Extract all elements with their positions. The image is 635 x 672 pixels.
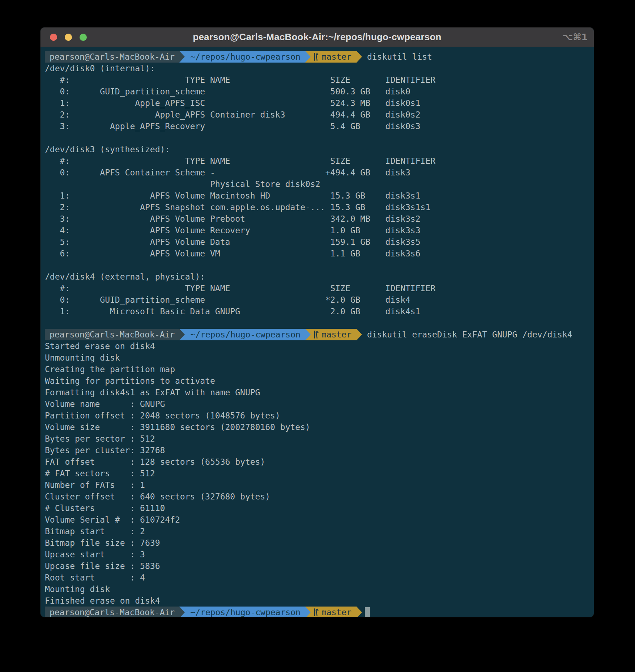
prompt-directory-segment: ~/repos/hugo-cwpearson <box>185 607 305 617</box>
powerline-arrow-icon <box>179 329 185 340</box>
terminal-output-line: /dev/disk0 (internal): <box>45 63 589 74</box>
terminal-output-line: Cluster offset : 640 sectors (327680 byt… <box>45 491 589 502</box>
terminal-output-line: Waiting for partitions to activate <box>45 375 589 387</box>
traffic-lights <box>50 27 87 47</box>
prompt-git-segment: master <box>311 607 357 617</box>
prompt-directory-segment: ~/repos/hugo-cwpearson <box>185 51 305 63</box>
terminal-output-line: Unmounting disk <box>45 352 589 363</box>
prompt-directory: ~/repos/hugo-cwpearson <box>190 607 301 617</box>
prompt-directory-segment: ~/repos/hugo-cwpearson <box>185 329 305 340</box>
shell-prompt-line: pearson@Carls-MacBook-Air ~/repos/hugo-c… <box>45 607 589 617</box>
terminal-output-line: Mounting disk <box>45 583 589 595</box>
prompt-user-host: pearson@Carls-MacBook-Air <box>50 51 175 63</box>
tab-shortcut-badge: ⌥⌘1 <box>563 27 588 47</box>
terminal-output-line: 2: Apple_APFS Container disk3 494.4 GB d… <box>45 109 589 120</box>
terminal-output-line: 1: APFS Volume Macintosh HD 15.3 GB disk… <box>45 190 589 201</box>
terminal-output-line: Finished erase on disk4 <box>45 595 589 607</box>
minimize-button[interactable] <box>65 34 72 41</box>
terminal-output-line: Number of FATs : 1 <box>45 479 589 491</box>
terminal-output-line: Volume size : 3911680 sectors (200278016… <box>45 421 589 433</box>
git-branch-icon <box>313 52 319 61</box>
prompt-user-host: pearson@Carls-MacBook-Air <box>50 607 175 617</box>
terminal-output-line: Creating the partition map <box>45 363 589 375</box>
prompt-user-host-segment: pearson@Carls-MacBook-Air <box>45 607 179 617</box>
terminal-output-line: Upcase start : 3 <box>45 549 589 560</box>
powerline-arrow-icon <box>305 329 311 340</box>
terminal-output-line: #: TYPE NAME SIZE IDENTIFIER <box>45 155 589 167</box>
terminal-content: pearson@Carls-MacBook-Air ~/repos/hugo-c… <box>41 47 594 617</box>
prompt-git-segment: master <box>311 51 357 63</box>
terminal-output-line: Volume Serial # : 610724f2 <box>45 514 589 526</box>
terminal-window: pearson@Carls-MacBook-Air:~/repos/hugo-c… <box>41 27 594 617</box>
terminal-output-line: /dev/disk3 (synthesized): <box>45 144 589 155</box>
prompt-git-segment: master <box>311 329 357 340</box>
terminal-output-line: #: TYPE NAME SIZE IDENTIFIER <box>45 74 589 86</box>
powerline-arrow-icon <box>357 607 362 617</box>
terminal-output-line: Bytes per sector : 512 <box>45 433 589 445</box>
zoom-button[interactable] <box>80 34 87 41</box>
titlebar[interactable]: pearson@Carls-MacBook-Air:~/repos/hugo-c… <box>41 27 594 47</box>
prompt-directory: ~/repos/hugo-cwpearson <box>190 51 301 63</box>
diskutil-list-output: /dev/disk0 (internal): #: TYPE NAME SIZE… <box>45 63 589 329</box>
terminal-output-line: 3: APFS Volume Preboot 342.0 MB disk3s2 <box>45 213 589 225</box>
powerline-arrow-icon <box>305 607 311 617</box>
prompt-directory: ~/repos/hugo-cwpearson <box>190 329 301 340</box>
terminal-output-line: Started erase on disk4 <box>45 340 589 352</box>
terminal-output-line: Root start : 4 <box>45 572 589 583</box>
terminal-output-line <box>45 259 589 271</box>
window-title: pearson@Carls-MacBook-Air:~/repos/hugo-c… <box>41 31 594 43</box>
terminal-output-line: # Clusters : 61110 <box>45 502 589 514</box>
terminal-output-line: Bitmap file size : 7639 <box>45 537 589 549</box>
terminal-output-line: 0: APFS Container Scheme - +494.4 GB dis… <box>45 167 589 178</box>
powerline-arrow-icon <box>305 51 311 63</box>
terminal-output-line: #: TYPE NAME SIZE IDENTIFIER <box>45 282 589 294</box>
terminal-output-line: 2: APFS Snapshot com.apple.os.update-...… <box>45 201 589 213</box>
terminal-output-line: Bytes per cluster: 32768 <box>45 445 589 456</box>
prompt-git-branch: master <box>321 329 351 340</box>
close-button[interactable] <box>50 34 57 41</box>
terminal-output-line: 0: GUID_partition_scheme *2.0 GB disk4 <box>45 294 589 306</box>
git-branch-icon <box>313 330 319 339</box>
terminal-output-line: FAT offset : 128 sectors (65536 bytes) <box>45 456 589 468</box>
shell-prompt-line: pearson@Carls-MacBook-Air ~/repos/hugo-c… <box>45 329 589 340</box>
prompt-user-host-segment: pearson@Carls-MacBook-Air <box>45 51 179 63</box>
terminal-output-line <box>45 132 589 144</box>
terminal-output-line: /dev/disk4 (external, physical): <box>45 271 589 282</box>
erase-disk-output: Started erase on disk4Unmounting diskCre… <box>45 340 589 607</box>
terminal-output-line: 0: GUID_partition_scheme 500.3 GB disk0 <box>45 86 589 97</box>
git-branch-icon <box>313 608 319 617</box>
terminal-output-line: 4: APFS Volume Recovery 1.0 GB disk3s3 <box>45 225 589 236</box>
prompt-user-host: pearson@Carls-MacBook-Air <box>50 329 175 340</box>
terminal-output-line: 6: APFS Volume VM 1.1 GB disk3s6 <box>45 248 589 259</box>
terminal-output-line: 1: Apple_APFS_ISC 524.3 MB disk0s1 <box>45 97 589 109</box>
command-text: diskutil list <box>367 51 432 63</box>
shell-prompt-line: pearson@Carls-MacBook-Air ~/repos/hugo-c… <box>45 51 589 63</box>
terminal-output-line: 3: Apple_APFS_Recovery 5.4 GB disk0s3 <box>45 120 589 132</box>
desktop-background: { "window": { "title": "pearson@Carls-Ma… <box>0 0 635 672</box>
terminal-output-line: 1: Microsoft Basic Data GNUPG 2.0 GB dis… <box>45 306 589 317</box>
prompt-user-host-segment: pearson@Carls-MacBook-Air <box>45 329 179 340</box>
powerline-arrow-icon <box>357 51 362 63</box>
powerline-arrow-icon <box>357 329 362 340</box>
powerline-arrow-icon <box>179 607 185 617</box>
prompt-git-branch: master <box>321 607 351 617</box>
terminal-output-line: Bitmap start : 2 <box>45 526 589 537</box>
terminal-output-line: # FAT sectors : 512 <box>45 468 589 479</box>
terminal-output-line: 5: APFS Volume Data 159.1 GB disk3s5 <box>45 236 589 248</box>
powerline-arrow-icon <box>179 51 185 63</box>
terminal-cursor[interactable] <box>365 607 370 617</box>
prompt-git-branch: master <box>321 51 351 63</box>
terminal-output-line: Volume name : GNUPG <box>45 398 589 410</box>
terminal-output-line: Formatting disk4s1 as ExFAT with name GN… <box>45 387 589 398</box>
command-text: diskutil eraseDisk ExFAT GNUPG /dev/disk… <box>367 329 572 340</box>
terminal-output-line <box>45 317 589 329</box>
terminal-output-line: Partition offset : 2048 sectors (1048576… <box>45 410 589 421</box>
terminal-output-line: Physical Store disk0s2 <box>45 178 589 190</box>
terminal-output-line: Upcase file size : 5836 <box>45 560 589 572</box>
